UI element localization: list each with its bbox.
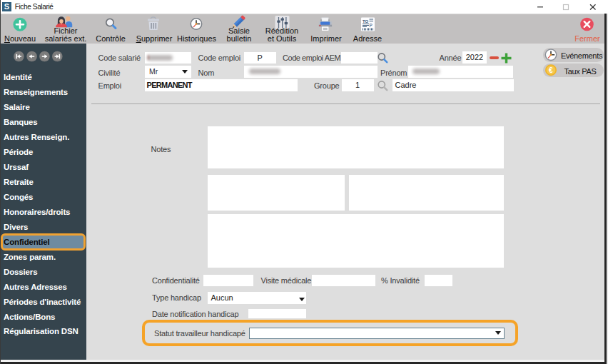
- svg-text:€: €: [549, 66, 553, 74]
- svg-text:TO: TO: [363, 19, 369, 24]
- svg-text:P: P: [370, 23, 373, 28]
